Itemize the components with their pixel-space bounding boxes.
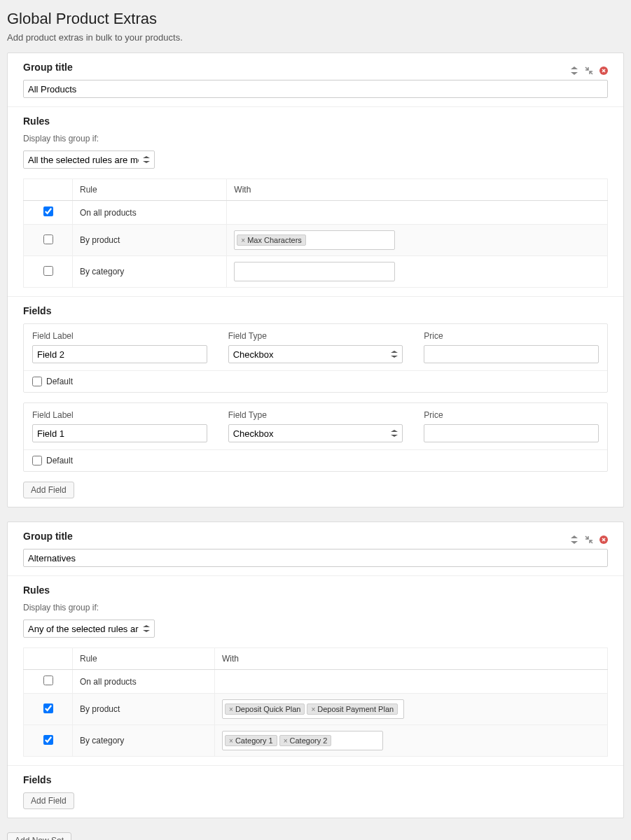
tag[interactable]: ×Max Characters: [237, 234, 305, 246]
group-title-heading: Group title: [23, 531, 73, 542]
rule-name: On all products: [73, 201, 227, 225]
field-label-label: Field Label: [32, 331, 207, 341]
rule-checkbox[interactable]: [43, 266, 53, 276]
field-label-label: Field Label: [32, 410, 207, 420]
tag-input[interactable]: [234, 262, 395, 281]
tag-remove-icon[interactable]: ×: [241, 237, 245, 244]
table-header-checkbox: [24, 179, 73, 201]
tag[interactable]: ×Category 1: [225, 735, 277, 746]
table-header-with: With: [215, 648, 608, 670]
tag[interactable]: ×Deposit Quick Plan: [225, 704, 305, 715]
default-label: Default: [46, 456, 73, 465]
table-row: On all products: [24, 201, 608, 225]
field-price-label: Price: [424, 410, 599, 420]
rule-name: On all products: [73, 670, 215, 694]
default-label: Default: [46, 377, 73, 386]
rules-table: Rule With On all products By product ×Ma…: [23, 178, 608, 288]
table-row: By category ×Category 1 ×Category 2: [24, 725, 608, 757]
field-block: Field Label Field Type Checkbox Price De…: [23, 402, 608, 472]
tag-remove-icon[interactable]: ×: [284, 737, 288, 745]
tag-input[interactable]: ×Category 1 ×Category 2: [222, 731, 383, 750]
add-field-button[interactable]: Add Field: [23, 792, 74, 809]
default-checkbox[interactable]: [32, 377, 42, 386]
rules-mode-select[interactable]: Any of the selected rules are met: [23, 620, 155, 638]
collapse-icon[interactable]: [584, 66, 593, 76]
rules-heading: Rules: [23, 115, 608, 127]
table-row: By product ×Max Characters: [24, 225, 608, 256]
table-header-rule: Rule: [73, 179, 227, 201]
rule-name: By product: [73, 225, 227, 256]
page-subtitle: Add product extras in bulk to your produ…: [7, 32, 624, 43]
rule-checkbox[interactable]: [43, 234, 53, 244]
add-field-button[interactable]: Add Field: [23, 482, 74, 498]
rules-heading: Rules: [23, 584, 608, 596]
field-price-label: Price: [424, 331, 599, 341]
group-title-input[interactable]: [23, 549, 608, 567]
fields-heading: Fields: [23, 305, 608, 316]
field-label-input[interactable]: [32, 345, 207, 363]
rules-mode-select[interactable]: All the selected rules are met: [23, 150, 155, 169]
add-new-set-button[interactable]: Add New Set: [7, 832, 71, 840]
rule-checkbox[interactable]: [43, 206, 53, 216]
rule-name: By product: [73, 694, 215, 725]
tag[interactable]: ×Deposit Payment Plan: [307, 704, 398, 715]
delete-icon[interactable]: [599, 66, 608, 76]
table-header-checkbox: [24, 648, 73, 670]
rules-sublabel: Display this group if:: [23, 603, 608, 612]
tag[interactable]: ×Category 2: [279, 735, 332, 746]
tag-remove-icon[interactable]: ×: [311, 706, 315, 713]
field-type-label: Field Type: [228, 410, 403, 420]
delete-icon[interactable]: [599, 536, 608, 545]
field-block: Field Label Field Type Checkbox Price De…: [23, 323, 608, 393]
tag-input[interactable]: ×Max Characters: [234, 230, 395, 250]
field-type-select[interactable]: Checkbox: [228, 345, 403, 363]
field-type-label: Field Type: [228, 331, 403, 341]
tag-input[interactable]: ×Deposit Quick Plan ×Deposit Payment Pla…: [222, 699, 404, 719]
group-title-input[interactable]: [23, 80, 608, 98]
rules-sublabel: Display this group if:: [23, 134, 608, 144]
page-title: Global Product Extras: [7, 7, 624, 28]
field-price-input[interactable]: [424, 424, 599, 442]
table-header-with: With: [227, 179, 608, 201]
rules-table: Rule With On all products By product ×De…: [23, 648, 608, 757]
field-label-input[interactable]: [32, 424, 207, 442]
group-panel: Group title Rules Display this group if:…: [7, 52, 624, 507]
rule-checkbox[interactable]: [43, 735, 53, 745]
collapse-icon[interactable]: [584, 536, 593, 545]
rule-checkbox[interactable]: [43, 704, 53, 713]
field-price-input[interactable]: [424, 345, 599, 363]
rule-name: By category: [73, 725, 215, 757]
table-row: On all products: [24, 670, 608, 694]
table-row: By product ×Deposit Quick Plan ×Deposit …: [24, 694, 608, 725]
tag-remove-icon[interactable]: ×: [229, 706, 233, 713]
table-header-rule: Rule: [73, 648, 215, 670]
group-panel: Group title Rules Display this group if:…: [7, 522, 624, 818]
default-checkbox[interactable]: [32, 456, 42, 465]
rule-checkbox[interactable]: [43, 676, 53, 685]
rule-name: By category: [73, 256, 227, 288]
group-title-heading: Group title: [23, 62, 73, 73]
tag-remove-icon[interactable]: ×: [229, 737, 233, 745]
table-row: By category: [24, 256, 608, 288]
fields-heading: Fields: [23, 774, 608, 785]
sort-icon[interactable]: [569, 536, 578, 545]
sort-icon[interactable]: [569, 66, 578, 76]
field-type-select[interactable]: Checkbox: [228, 424, 403, 442]
